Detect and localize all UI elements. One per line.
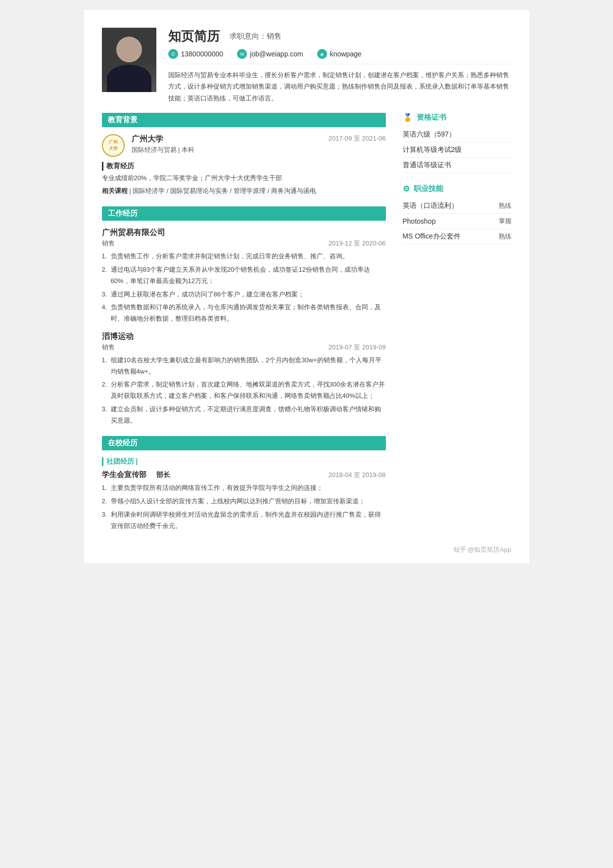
edu-date: 2017-09 至 2021-06 [329,134,386,143]
work-item: 通过电话与83个客户建立关系并从中发现20个销售机会，成功签证12份销售合同，成… [102,264,386,287]
campus-section-label: 在校经历 [108,438,138,448]
courses-row: 相关课程 | 国际经济学 / 国际贸易理论与实务 / 管理学原理 / 商务沟通与… [102,186,386,196]
skill-level-3: 熟练 [499,232,512,241]
skill-item-2: Photoshop 掌握 [403,214,512,229]
education-section-label: 教育背景 [108,115,138,125]
phone-number: 13800000000 [181,50,224,58]
work-date-2: 2019-07 至 2019-09 [329,343,386,352]
company-name-1: 广州贸易有限公司 [102,228,386,238]
email-contact: ✉ job@weiapp.com [237,49,303,59]
courses-label: 相关课程 [102,187,128,194]
job-header-1: 销售 2019-12 至 2020-06 [102,239,386,248]
work-section-header: 工作经历 [102,206,386,221]
campus-item: 利用课余时间调研学校师生对活动光盘留念的需求后，制作光盘并在校园内进行推广售卖，… [102,509,386,532]
skill-section-label: 职业技能 [414,184,443,193]
cert-item-1: 英语六级（597） [403,127,512,143]
work-item: 负责销售工作，分析客户需求并制定销售计划，完成日常的业务销售、推广、咨询。 [102,251,386,262]
work-list-1: 负责销售工作，分析客户需求并制定销售计划，完成日常的业务销售、推广、咨询。 通过… [102,251,386,325]
work-item: 负责销售数据和订单的系统录入，与仓库沟通协调发货相关事宜；制作各类销售报表、合同… [102,302,386,325]
campus-entry-header: 学生会宣传部 部长 2018-04 至 2019-08 [102,470,386,480]
cert-section-label: 资格证书 [417,113,446,122]
social-icon: ◈ [317,49,327,59]
phone-contact: ✆ 13800000000 [168,49,224,59]
email-address: job@weiapp.com [250,50,303,58]
skill-level-1: 熟练 [499,201,512,210]
work-section-label: 工作经历 [108,209,138,218]
campus-sub-label: 社团经历 | [102,457,386,466]
skill-icon: ⚙ [403,184,410,193]
job-title-1: 销售 [102,239,115,248]
skill-level-2: 掌握 [499,217,512,226]
header-info: 知页简历 求职意向：销售 ✆ 13800000000 ✉ job@weiapp.… [168,28,512,104]
main-layout: 教育背景 广州大学 广州大学 国际经济与贸易 | 本科 2017-09 至 20… [102,113,512,533]
edu-exp-label: 教育经历 [102,162,386,171]
work-list-2: 组建10名在校大学生兼职成立最有影响力的销售团队，2个月内创造30w+的销售额，… [102,355,386,427]
job-header-2: 销售 2019-07 至 2019-09 [102,343,386,352]
courses-content: | 国际经济学 / 国际贸易理论与实务 / 管理学原理 / 商务沟通与函电 [129,187,316,194]
school-name: 广州大学 [132,134,195,145]
company-name-2: 滔博运动 [102,332,386,342]
skill-item-3: MS Office办公套件 熟练 [403,229,512,244]
cert-item-2: 计算机等级考试2级 [403,143,512,158]
phone-icon: ✆ [168,49,178,59]
cert-icon: 🏅 [403,113,413,122]
school-logo-text: 广州大学 [109,139,118,152]
school-major: 国际经济与贸易 | 本科 [132,145,195,154]
job-title-2: 销售 [102,343,115,352]
campus-org: 学生会宣传部 [102,470,146,480]
email-icon: ✉ [237,49,247,59]
footer-watermark: 知乎 @知页简历App [453,545,512,554]
campus-list: 主要负责学院所有活动的网络宣传工作，有效提升学院与学生之间的连接； 带领小组5人… [102,482,386,531]
edu-exp-content: 专业成绩前20%，学院二等奖学金；广州大学十大优秀学生干部 [102,173,386,184]
work-item: 建立会员制，设计多种促销方式，不定期进行满意度调查，馈赠小礼物等积极调动客户情绪… [102,404,386,427]
edu-info-row: 广州大学 国际经济与贸易 | 本科 2017-09 至 2021-06 [132,134,386,154]
campus-date: 2018-04 至 2019-08 [329,471,386,480]
cert-section-title: 🏅 资格证书 [403,113,512,122]
skill-section-title: ⚙ 职业技能 [403,184,512,193]
skill-item-1: 英语（口语流利） 熟练 [403,198,512,214]
skill-name-1: 英语（口语流利） [403,201,458,210]
campus-item: 主要负责学院所有活动的网络宣传工作，有效提升学院与学生之间的连接； [102,482,386,494]
contact-row: ✆ 13800000000 ✉ job@weiapp.com ◈ knowpag… [168,49,512,59]
resume-page: 知页简历 求职意向：销售 ✆ 13800000000 ✉ job@weiapp.… [84,10,529,563]
campus-role: 部长 [156,471,170,480]
work-date-1: 2019-12 至 2020-06 [329,239,386,248]
work-item: 组建10名在校大学生兼职成立最有影响力的销售团队，2个月内创造30w+的销售额，… [102,355,386,378]
header-section: 知页简历 求职意向：销售 ✆ 13800000000 ✉ job@weiapp.… [102,28,512,104]
work-item: 分析客户需求，制定销售计划，首次建立网络、地摊双渠道的售卖方式，寻找300余名潜… [102,379,386,402]
work-item: 通过网上获取潜在客户，成功访问了86个客户，建立潜在客户档案； [102,289,386,300]
campus-section-header: 在校经历 [102,436,386,450]
cert-item-3: 普通话等级证书 [403,158,512,173]
avatar [102,28,156,92]
education-entry: 广州大学 广州大学 国际经济与贸易 | 本科 2017-09 至 2021-06 [102,134,386,157]
education-section-header: 教育背景 [102,113,386,127]
left-column: 教育背景 广州大学 广州大学 国际经济与贸易 | 本科 2017-09 至 20… [102,113,398,533]
job-intent: 求职意向：销售 [230,32,282,41]
right-column: 🏅 资格证书 英语六级（597） 计算机等级考试2级 普通话等级证书 ⚙ 职业技… [398,113,512,533]
school-logo: 广州大学 [102,134,125,157]
skill-name-2: Photoshop [403,217,436,225]
brand-name: 知页简历 [168,28,220,45]
social-contact: ◈ knowpage [317,49,362,59]
campus-item: 带领小组5人设计全部的宣传方案，上线校内网以达到推广营销的目标，增加宣传新渠道； [102,496,386,507]
summary-text: 国际经济与贸易专业本科毕业生，擅长分析客户需求，制定销售计划，创建潜在客户档案，… [168,64,512,104]
skill-name-3: MS Office办公套件 [403,232,461,241]
social-handle: knowpage [330,50,362,58]
